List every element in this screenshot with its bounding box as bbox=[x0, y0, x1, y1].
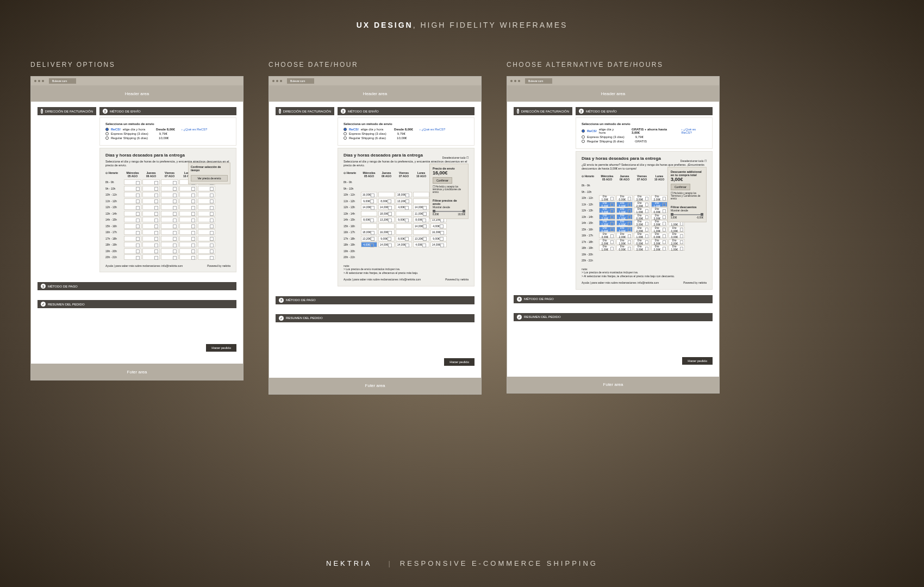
wireframe-b: Bulevar.com Header area 1DIRECCIÓN DE FA… bbox=[269, 76, 482, 395]
page-title: UX DESIGN, HIGH FIDELITY WIREFRAMES bbox=[0, 0, 924, 29]
step-summary[interactable]: ✓RESUMEN DEL PEDIDO bbox=[38, 300, 236, 308]
step-billing[interactable]: 1DIRECCIÓN DE FACTURACIÓN bbox=[38, 107, 96, 115]
footer-caption: NEKTRIA|RESPONSIVE E-COMMERCE SHIPPING bbox=[0, 559, 924, 567]
deselect-all[interactable]: Deseleccionar todo ☐ bbox=[442, 156, 469, 159]
see-price-button[interactable]: Ver precio de envío bbox=[191, 175, 228, 182]
step-payment[interactable]: 3MÉTODO DE PAGO bbox=[38, 282, 236, 290]
price-slider[interactable] bbox=[433, 211, 465, 212]
price-sidebox: Precio de envío 16,00€ Confirmar ☐ He le… bbox=[429, 164, 469, 219]
opt-regular[interactable]: Regular Shipping (6 días)10,00€ bbox=[105, 136, 230, 140]
opt-recs[interactable]: ReCS!elige día y horaDesde 8,00€› ¿Qué e… bbox=[105, 128, 230, 131]
wireframe-c: Bulevar.com Header area 1DIRECCIÓN DE FA… bbox=[507, 76, 720, 394]
col-a-title: DELIVERY OPTIONS bbox=[30, 61, 244, 68]
discount-sidebox: Descuento addicional en tu compra total … bbox=[667, 167, 707, 222]
footer-area: Foter area bbox=[31, 364, 243, 380]
col-b-title: CHOOSE DATE/HOUR bbox=[269, 61, 482, 68]
wireframe-a: Bulevar.com Header area 1DIRECCIÓN DE FA… bbox=[30, 76, 244, 380]
header-area: Header area bbox=[31, 85, 243, 102]
opt-express[interactable]: Express Shipping (3 días)9,79€ bbox=[105, 132, 230, 135]
col-c-title: CHOOSE ALTERNATIVE DATE/HOURS bbox=[507, 61, 720, 68]
confirm-box: Confirmar selección de tiempo Ver precio… bbox=[188, 163, 230, 184]
place-order-button[interactable]: Hacer pedido bbox=[206, 344, 236, 352]
confirm-button[interactable]: Confirmar bbox=[433, 177, 452, 184]
time-grid-a: ⊙ Horario8h - 9h9h - 10h10h - 11h11h - 1… bbox=[105, 172, 230, 261]
step-shipping[interactable]: 2MÉTODO DE ENVÍO bbox=[99, 107, 236, 115]
